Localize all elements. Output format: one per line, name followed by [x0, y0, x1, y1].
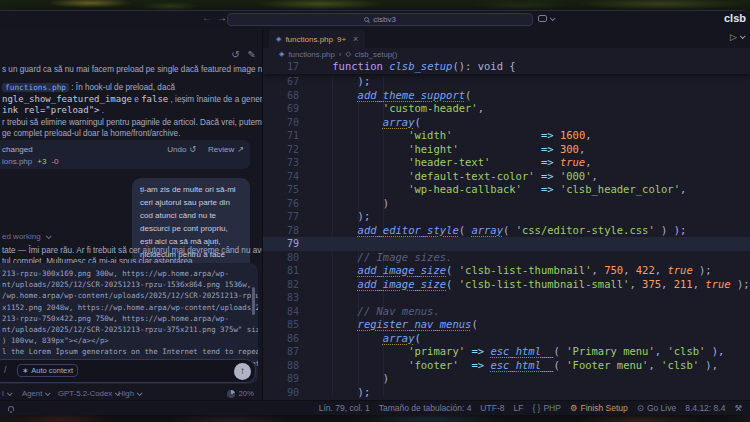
assistant-paragraph: s un guard ca să nu mai facem preload pe… — [2, 64, 262, 75]
code-line-86[interactable]: 86 array( — [263, 332, 750, 346]
code-line-73[interactable]: 73 'header-text' => true, — [263, 156, 750, 170]
chat-input[interactable]: / ∗ Auto context ↑ — [0, 359, 256, 383]
history-icon[interactable]: ↺ — [231, 49, 239, 60]
chevron-down-icon — [740, 33, 746, 39]
title-bar: ← → clsbv3 clsb — [0, 11, 750, 28]
breadcrumb-file[interactable]: functions.php — [288, 50, 334, 59]
code-line-67[interactable]: 67 ); — [263, 75, 750, 89]
code-line-84[interactable]: 84 // Nav menus. — [263, 305, 750, 319]
line-number: 69 — [263, 102, 299, 116]
new-chat-icon[interactable]: ✎ — [248, 49, 256, 60]
code-line-80[interactable]: 80 // Image sizes. — [263, 251, 750, 265]
code-line-75[interactable]: 75 'wp-head-callback' => 'clsb_header_co… — [263, 183, 750, 197]
chat-toggle-button[interactable] — [538, 15, 554, 22]
assistant-text-line: tate — Îmi pare rău. Ar fi trebuit să ce… — [2, 245, 262, 256]
back-icon: ← — [202, 12, 212, 23]
code-line-70[interactable]: 70 array( — [263, 116, 750, 130]
inline-code: ngle_show_featured_image — [2, 94, 132, 104]
status-item-8-4-12-8-4[interactable]: 8.4.12: 8.4 — [685, 403, 725, 413]
undo-button[interactable]: Undo↺ — [167, 145, 196, 154]
quote-line: 213-rpzu-750x422.png 750w, https://wp.ho… — [2, 313, 258, 324]
status-item-utf-8[interactable]: UTF-8 — [480, 403, 504, 413]
code-line-77[interactable]: 77 ); — [263, 210, 750, 224]
line-number: 89 — [263, 372, 299, 386]
code-line-71[interactable]: 71 'width' => 1600, — [263, 129, 750, 143]
gear-icon: ⚙ — [570, 403, 578, 413]
code-line-76[interactable]: 76 ) — [263, 197, 750, 211]
bell-icon[interactable] — [8, 406, 14, 411]
cut-dropdown[interactable]: l — [2, 389, 11, 398]
code-text: add_editor_style( array( 'css/editor-sty… — [299, 224, 686, 238]
command-search-box[interactable]: clsbv3 — [227, 13, 533, 26]
model-dropdown[interactable]: GPT-5.2-Codex — [58, 389, 119, 398]
send-button[interactable]: ↑ — [234, 363, 251, 380]
usage-indicator[interactable]: 20% — [227, 389, 254, 398]
usage-label: 20% — [238, 389, 254, 398]
usage-pie-icon — [227, 390, 235, 398]
code-line-90[interactable]: 90 ); — [263, 386, 750, 400]
code-line-79[interactable]: 79 — [263, 237, 750, 251]
broadcast-icon: ⊙ — [637, 403, 644, 413]
code-line-72[interactable]: 72 'height' => 300, — [263, 143, 750, 157]
code-line-69[interactable]: 69 'custom-header', — [263, 102, 750, 116]
code-line-82[interactable]: 82 add_image_size( 'clsb-list-thumbnail-… — [263, 278, 750, 292]
line-number: 74 — [263, 170, 299, 184]
code-text: add_theme_support( — [299, 89, 471, 103]
status-item-lf[interactable]: LF — [513, 403, 523, 413]
file-chip[interactable]: functions.php — [2, 83, 69, 92]
line-number: 68 — [263, 89, 299, 103]
assistant-bullet: functions.php : În hook-ul de preload, d… — [2, 82, 262, 117]
code-text: add_image_size( 'clsb-list-thumbnail-sma… — [299, 278, 750, 292]
code-line-78[interactable]: 78 add_editor_style( array( 'css/editor-… — [263, 224, 750, 238]
line-number: 86 — [263, 332, 299, 346]
sticky-scroll-line[interactable]: 17 function clsb_setup(): void { — [263, 60, 750, 74]
code-line-74[interactable]: 74 'default-text-color' => '000', — [263, 170, 750, 184]
status-item-wrench[interactable]: ⚒ — [734, 403, 742, 413]
changed-file-row[interactable]: ions.php +3 -0 — [2, 157, 59, 166]
code-text: 'wp-head-callback' => 'clsb_header_color… — [299, 183, 686, 197]
breadcrumb: ◈ functions.php › ◇ clsb_setup() — [279, 48, 397, 60]
tab-badge: 9+ — [337, 35, 346, 44]
run-button[interactable]: ▷ — [730, 32, 744, 42]
back-button[interactable]: ← — [202, 12, 212, 23]
line-number: 80 — [263, 251, 299, 265]
quote-scrollbar[interactable] — [252, 287, 255, 315]
changed-files-card[interactable]: changed Undo↺ Review↗ ions.php +3 -0 — [0, 140, 250, 169]
code-text: 'header-text' => true, — [299, 156, 592, 170]
code-line-17[interactable]: 17 function clsb_setup(): void { — [263, 60, 750, 74]
bullet-text: : În hook-ul de preload, dacă — [69, 83, 175, 92]
code-line-68[interactable]: 68 add_theme_support( — [263, 89, 750, 103]
status-item-l-n-79-col-1[interactable]: Lín. 79, col. 1 — [319, 403, 370, 413]
code-line-88[interactable]: 88 'footer' => esc_html__( 'Footer menu'… — [263, 359, 750, 373]
review-button[interactable]: Review↗ — [208, 145, 244, 154]
working-status-row[interactable]: ed working — [2, 232, 50, 241]
code-line-83[interactable]: 83 — [263, 291, 750, 305]
line-number: 90 — [263, 386, 299, 400]
chat-panel: ↺ ✎ s un guard ca să nu mai facem preloa… — [0, 28, 262, 400]
method-symbol-icon: ◇ — [345, 50, 350, 58]
auto-context-chip[interactable]: ∗ Auto context — [17, 364, 78, 377]
breadcrumb-symbol[interactable]: clsb_setup() — [355, 50, 397, 59]
status-item-go-live[interactable]: ⊙Go Live — [637, 403, 676, 413]
code-line-85[interactable]: 85 register_nav_menus( — [263, 318, 750, 332]
mode-dropdown[interactable]: Agent — [22, 389, 49, 398]
tab-functions-php[interactable]: ◈ functions.php 9+ × — [269, 30, 365, 48]
line-number: 79 — [263, 237, 299, 251]
code-area[interactable]: 17 function clsb_setup(): void { 67 );68… — [263, 60, 750, 400]
forward-button[interactable]: → — [217, 12, 227, 23]
line-number: 88 — [263, 359, 299, 373]
search-value: clsbv3 — [373, 15, 396, 24]
effort-dropdown[interactable]: High — [118, 389, 141, 398]
code-line-89[interactable]: 89 ) — [263, 372, 750, 386]
status-item-finish-setup[interactable]: ⚙Finish Setup — [570, 403, 628, 413]
status-item-php[interactable]: { }PHP — [532, 403, 561, 413]
code-line-87[interactable]: 87 'primary' => esc_html__( 'Primary men… — [263, 345, 750, 359]
close-icon[interactable]: × — [353, 34, 358, 44]
line-number: 67 — [263, 75, 299, 89]
code-line-81[interactable]: 81 add_image_size( 'clsb-list-thumbnail'… — [263, 264, 750, 278]
quote-line: nt/uploads/2025/12/SCR-20251213-rpzu-375… — [2, 324, 258, 335]
status-item-tama-o-de-tabulaci-n-4[interactable]: Tamaño de tabulación: 4 — [379, 403, 472, 413]
breadcrumb-separator: › — [339, 50, 342, 59]
inline-code: ink rel="preload"> — [2, 105, 100, 115]
chevron-down-icon — [46, 233, 52, 239]
